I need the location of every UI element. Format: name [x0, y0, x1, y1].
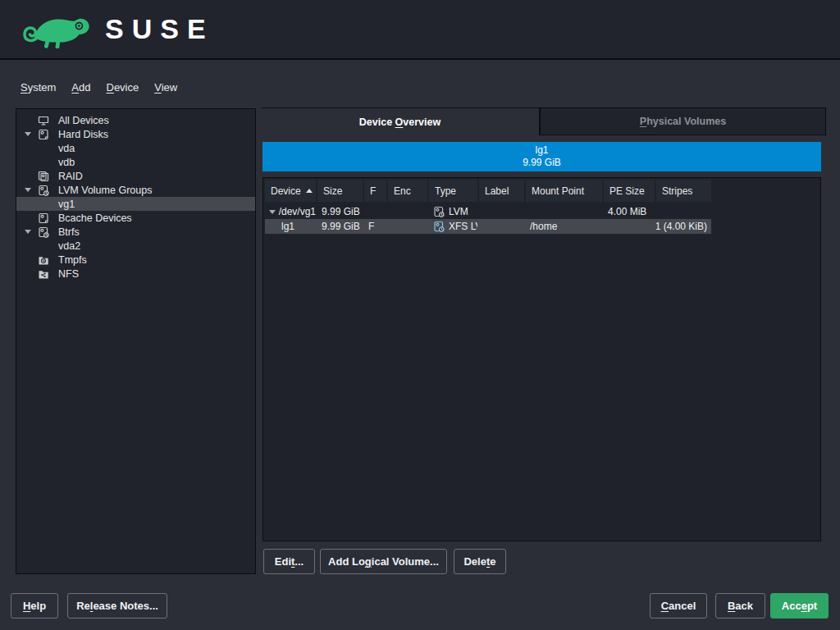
column-header-label: Stripes	[662, 185, 692, 197]
column-header-label: F	[370, 185, 376, 197]
vg-banner-size: 9.99 GiB	[523, 157, 561, 169]
tree-item-raid[interactable]: RAID	[16, 169, 255, 183]
column-header-label: Type	[435, 185, 456, 197]
tree-item-vg1[interactable]: vg1	[16, 197, 255, 211]
sort-ascending-icon	[306, 189, 313, 193]
edit-button[interactable]: Edit...	[263, 549, 315, 574]
column-header-type[interactable]: Type	[429, 180, 477, 202]
column-header-size[interactable]: Size	[317, 180, 363, 202]
vg-banner-title: lg1	[535, 144, 548, 157]
disk-clock-icon	[433, 206, 445, 217]
column-header-label: PE Size	[609, 185, 645, 197]
tree-item-bcache-devices[interactable]: Bcache Devices	[16, 211, 255, 225]
tree-item-vdb[interactable]: vdb	[16, 155, 255, 169]
cell-size: 9.99 GiB	[317, 219, 363, 234]
menu-device[interactable]: Device	[106, 81, 139, 94]
column-header-label: Mount Point	[532, 185, 584, 197]
cell-stripes: 1 (4.00 KiB)	[656, 219, 711, 234]
tree-item-all-devices[interactable]: All Devices	[16, 113, 255, 127]
cell-encrypted	[388, 219, 427, 234]
cell-encrypted	[388, 204, 427, 219]
column-header-label: Enc	[394, 185, 411, 197]
cell-pe-size	[604, 219, 655, 234]
expander-icon[interactable]	[25, 132, 38, 136]
menu-view[interactable]: View	[154, 81, 177, 94]
raid-icon	[38, 171, 54, 182]
tree-item-btrfs[interactable]: Btrfs	[16, 225, 255, 239]
disk-clock-icon	[38, 226, 54, 238]
cancel-button[interactable]: Cancel	[650, 593, 707, 619]
suse-logo: SUSE	[21, 7, 214, 51]
tree-item-tmpfs[interactable]: Tmpfs	[16, 253, 255, 267]
tab-physical-volumes[interactable]: Physical Volumes	[540, 108, 826, 135]
device-table: DeviceSizeFEncTypeLabelMount PointPE Siz…	[262, 177, 821, 541]
suse-chameleon-icon	[21, 7, 94, 51]
tree-item-label: Btrfs	[58, 226, 80, 238]
cell-type: XFS LV	[429, 219, 477, 234]
tree-item-lvm-volume-groups[interactable]: LVM Volume Groups	[16, 183, 255, 197]
cell-format: F	[364, 219, 386, 234]
cell-label	[479, 204, 524, 219]
device-table-header: DeviceSizeFEncTypeLabelMount PointPE Siz…	[265, 180, 820, 202]
tree-item-label: Hard Disks	[58, 129, 108, 140]
expander-icon[interactable]	[25, 188, 38, 192]
tab-bar: Device Overview Physical Volumes	[261, 107, 827, 135]
cell-device: lg1	[265, 219, 316, 234]
column-header-label[interactable]: Label	[479, 180, 524, 202]
folder-clock-icon	[38, 254, 54, 266]
release-notes-button[interactable]: Release Notes...	[67, 593, 167, 619]
column-header-mount-point[interactable]: Mount Point	[526, 180, 602, 202]
column-header-f[interactable]: F	[364, 180, 386, 202]
tree-item-label: Tmpfs	[58, 254, 87, 266]
tree-item-label: vdb	[58, 157, 75, 168]
column-header-enc[interactable]: Enc	[388, 180, 427, 202]
expander-icon[interactable]	[269, 210, 279, 214]
tree-item-label: vda2	[58, 240, 80, 252]
cell-mount-point: /home	[526, 219, 602, 234]
accept-button[interactable]: Accept	[770, 593, 829, 619]
vg-banner: lg1 9.99 GiB	[262, 142, 821, 171]
cell-mount-point	[526, 204, 602, 219]
column-header-device[interactable]: Device	[265, 180, 316, 202]
tree-item-label: NFS	[58, 268, 79, 280]
tree-item-vda2[interactable]: vda2	[16, 239, 255, 253]
tree-item-vda[interactable]: vda	[16, 141, 255, 155]
tree-item-label: RAID	[58, 171, 83, 182]
monitor-icon	[38, 115, 54, 126]
cell-size: 9.99 GiB	[317, 204, 363, 219]
column-header-stripes[interactable]: Stripes	[656, 180, 711, 202]
table-row-lg1[interactable]: lg19.99 GiBFXFS LV/home1 (4.00 KiB)	[265, 219, 711, 234]
column-header-pe-size[interactable]: PE Size	[604, 180, 655, 202]
menu-system[interactable]: System	[21, 81, 56, 94]
add-logical-volume-button[interactable]: Add Logical Volume...	[320, 549, 447, 574]
expander-icon[interactable]	[25, 230, 38, 234]
menu-bar: System Add Device View	[21, 81, 177, 94]
cell-type: LVM	[429, 204, 477, 219]
device-tree-panel: All DevicesHard DisksvdavdbRAIDLVM Volum…	[16, 108, 256, 574]
brand-wordmark: SUSE	[105, 13, 214, 45]
tree-item-hard-disks[interactable]: Hard Disks	[16, 127, 255, 141]
disk-icon	[38, 212, 54, 224]
column-header-label: Label	[485, 185, 509, 197]
cell-device: /dev/vg1	[265, 204, 316, 219]
table-row-dev-vg1[interactable]: /dev/vg19.99 GiBLVM4.00 MiB	[265, 204, 711, 219]
tree-item-label: All Devices	[58, 115, 109, 126]
cell-label	[479, 219, 524, 234]
folder-share-icon	[38, 268, 54, 280]
disk-clock-icon	[433, 221, 445, 232]
tree-item-nfs[interactable]: NFS	[16, 267, 255, 281]
menu-add[interactable]: Add	[71, 81, 90, 94]
help-button[interactable]: Help	[11, 593, 58, 619]
tree-item-label: vda	[58, 143, 75, 154]
tree-item-label: Bcache Devices	[58, 212, 132, 224]
tree-item-label: vg1	[58, 199, 75, 210]
back-button[interactable]: Back	[715, 593, 765, 619]
cell-pe-size: 4.00 MiB	[604, 204, 655, 219]
tree-item-label: LVM Volume Groups	[58, 185, 152, 196]
title-bar: SUSE	[0, 0, 840, 60]
device-tree: All DevicesHard DisksvdavdbRAIDLVM Volum…	[16, 113, 255, 281]
delete-button[interactable]: Delete	[454, 549, 506, 574]
tab-device-overview[interactable]: Device Overview	[261, 108, 540, 135]
main-window: SUSE System Add Device View All DevicesH…	[0, 0, 840, 630]
device-table-body: /dev/vg19.99 GiBLVM4.00 MiBlg19.99 GiBFX…	[265, 204, 820, 234]
